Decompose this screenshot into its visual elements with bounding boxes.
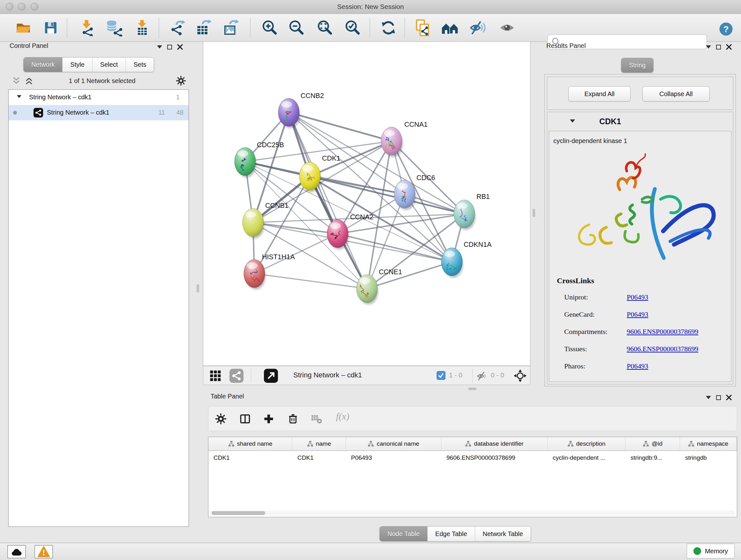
zoom-in-button[interactable] — [260, 18, 278, 37]
network-node-CCNA1[interactable]: CCNA1 — [381, 121, 428, 157]
save-session-button[interactable] — [42, 18, 60, 37]
collapse-panel-icon[interactable] — [157, 45, 162, 49]
table-options-gear-icon[interactable] — [215, 413, 227, 425]
tab-style[interactable]: Style — [63, 57, 92, 72]
import-network-from-database-button[interactable] — [105, 18, 123, 37]
network-collection-row[interactable]: String Network – cdk1 1 — [9, 90, 189, 105]
column-header-name[interactable]: name — [292, 437, 346, 450]
node-label-RB1: RB1 — [476, 193, 490, 200]
network-edge[interactable] — [253, 141, 392, 223]
close-panel-icon[interactable] — [726, 44, 732, 50]
bottom-splitter-handle[interactable] — [468, 388, 476, 390]
table-row[interactable]: CDK1CDK1P064939606.ENSP00000378699cyclin… — [208, 451, 737, 465]
collapse-panel-icon[interactable] — [706, 396, 711, 399]
zoom-fit-button[interactable] — [316, 18, 333, 37]
crosslink-uniprot-[interactable]: P06493 — [627, 293, 648, 301]
string-clone-network-button[interactable] — [414, 18, 431, 37]
memory-button[interactable]: Memory — [687, 544, 735, 558]
column-header--id[interactable]: @id — [625, 437, 680, 450]
network-node-CDKN1A[interactable]: CDKN1A — [441, 241, 492, 278]
protein-collapse-icon[interactable] — [570, 119, 575, 123]
fit-content-crosshair-icon[interactable] — [513, 369, 527, 383]
zoom-selected-button[interactable] — [343, 18, 361, 37]
table-cell[interactable]: CDK1 — [292, 451, 346, 465]
node-label-CCNB1: CCNB1 — [265, 202, 288, 209]
collapse-all-button[interactable]: Collapse All — [643, 86, 710, 102]
open-session-button[interactable] — [14, 18, 32, 37]
table-cell[interactable]: CDK1 — [208, 451, 292, 465]
refresh-view-button[interactable] — [380, 18, 397, 37]
collapse-panel-icon[interactable] — [706, 45, 711, 49]
crosslink-pharos-[interactable]: P06493 — [627, 362, 648, 370]
table-cell[interactable]: stringdb:9... — [625, 451, 680, 465]
crosslink-tissues-[interactable]: 9606.ENSP00000378699 — [627, 345, 698, 353]
tab-network-table[interactable]: Network Table — [475, 526, 531, 541]
close-panel-icon[interactable] — [726, 395, 732, 400]
float-panel-icon[interactable] — [716, 395, 721, 400]
delete-column-trash-icon[interactable] — [287, 412, 299, 425]
network-node-RB1[interactable]: RB1 — [454, 193, 490, 230]
import-table-button[interactable] — [133, 18, 151, 37]
create-column-plus-icon[interactable] — [263, 413, 275, 425]
network-node-CCNE1[interactable]: CCNE1 — [356, 268, 402, 305]
column-header-shared-name[interactable]: shared name — [208, 437, 292, 450]
tab-node-table[interactable]: Node Table — [380, 526, 428, 541]
expand-all-networks-icon[interactable] — [24, 76, 34, 85]
column-header-canonical-name[interactable]: canonical name — [346, 437, 441, 450]
export-image-button[interactable] — [222, 18, 240, 37]
export-network-icon — [169, 19, 185, 36]
table-cell[interactable]: 9606.ENSP00000378699 — [441, 451, 548, 465]
table-cell[interactable]: cyclin-dependent ... — [548, 451, 625, 465]
right-splitter-handle[interactable] — [533, 209, 535, 217]
crosslink-genecard-[interactable]: P06493 — [627, 310, 648, 319]
network-node-CCNB2[interactable]: CCNB2 — [278, 92, 324, 128]
horizontal-scrollbar[interactable] — [209, 510, 736, 516]
float-panel-icon[interactable] — [716, 45, 721, 50]
column-header-database-identifier[interactable]: database identifier — [441, 437, 548, 450]
close-panel-icon[interactable] — [177, 44, 183, 50]
zoom-out-button[interactable] — [287, 18, 305, 37]
left-splitter-handle[interactable] — [197, 284, 199, 293]
node-label-CCNB2: CCNB2 — [300, 92, 324, 100]
string-home-button[interactable] — [441, 18, 459, 37]
column-header-description[interactable]: description — [548, 437, 625, 450]
table-cell[interactable]: stringdb — [680, 451, 737, 465]
cloud-status-button[interactable] — [7, 545, 26, 558]
node-label-CDK1: CDK1 — [322, 154, 340, 162]
expand-all-button[interactable]: Expand All — [568, 86, 630, 102]
network-edge[interactable] — [254, 273, 367, 289]
tab-select[interactable]: Select — [92, 57, 126, 72]
network-node-HIST1H1A[interactable]: HIST1H1A — [244, 253, 295, 290]
selected-checkbox-icon[interactable] — [436, 371, 446, 380]
network-graph: CCNB2CCNA1CDC25BCDK1CDC6RB1CCNB1CCNA2CDK… — [203, 42, 530, 366]
scrollbar-thumb[interactable] — [212, 511, 265, 515]
table-cell[interactable]: P06493 — [346, 451, 441, 465]
function-builder-icon: f(x) — [336, 411, 349, 422]
export-table-button[interactable] — [194, 18, 212, 37]
crosslink-compartments-[interactable]: 9606.ENSP00000378699 — [627, 327, 698, 336]
export-network-button[interactable] — [168, 18, 186, 37]
hide-unselected-button[interactable] — [469, 18, 487, 37]
network-edge[interactable] — [289, 112, 464, 214]
float-panel-icon[interactable] — [167, 45, 172, 50]
show-all-button[interactable] — [498, 18, 516, 37]
network-edge[interactable] — [289, 112, 367, 289]
network-row-selected[interactable]: String Network – cdk1 11 48 — [9, 105, 189, 120]
network-canvas[interactable]: CCNB2CCNA1CDC25BCDK1CDC6RB1CCNB1CCNA2CDK… — [203, 42, 530, 366]
birds-eye-grid-icon[interactable] — [209, 369, 222, 382]
tab-network[interactable]: Network — [23, 57, 63, 72]
tab-sets[interactable]: Sets — [126, 57, 154, 72]
warnings-button[interactable] — [35, 545, 53, 558]
tab-string[interactable]: String — [621, 58, 653, 72]
tab-edge-table[interactable]: Edge Table — [428, 526, 475, 541]
tree-expand-icon[interactable] — [17, 95, 21, 98]
show-columns-icon[interactable] — [239, 413, 251, 425]
column-header-namespace[interactable]: namespace — [680, 437, 737, 450]
string-view-icon[interactable] — [229, 369, 244, 383]
import-network-button[interactable] — [78, 18, 96, 37]
network-options-gear-icon[interactable] — [176, 75, 186, 86]
collapse-all-networks-icon[interactable] — [11, 76, 21, 85]
network-node-CCNB1[interactable]: CCNB1 — [243, 202, 288, 239]
open-in-window-icon[interactable] — [264, 369, 278, 383]
help-button[interactable]: ? — [717, 20, 735, 38]
